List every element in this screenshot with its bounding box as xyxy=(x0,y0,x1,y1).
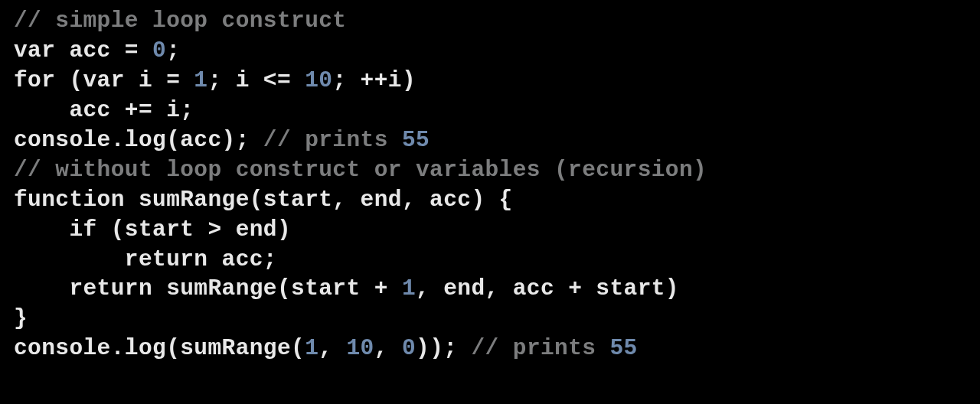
code-line: var acc = 0; xyxy=(14,37,180,64)
code-line: } xyxy=(14,305,28,331)
code-block: // simple loop construct var acc = 0; fo… xyxy=(0,0,980,370)
code-token: console.log(sumRange( xyxy=(14,335,305,361)
code-token: var acc = xyxy=(14,37,152,64)
code-token: , xyxy=(318,335,346,361)
code-token: , xyxy=(374,335,402,361)
code-token: // simple loop construct xyxy=(14,8,346,34)
code-line: function sumRange(start, end, acc) { xyxy=(14,187,513,213)
code-token: // without loop construct or variables (… xyxy=(14,157,707,183)
code-token: // prints xyxy=(471,335,609,361)
code-line: // simple loop construct xyxy=(14,8,346,34)
code-token: if (start > end) xyxy=(14,217,291,243)
code-token: 55 xyxy=(610,335,638,361)
code-token: )); xyxy=(416,335,471,361)
code-token: ; ++i) xyxy=(332,67,416,93)
code-line: return acc; xyxy=(14,246,277,272)
code-token: , end, acc + start) xyxy=(416,275,679,301)
code-line: // without loop construct or variables (… xyxy=(14,157,707,183)
code-token: for (var i = xyxy=(14,67,194,93)
code-token: ; xyxy=(166,37,180,64)
code-token: console.log(acc); xyxy=(14,127,263,153)
code-token: // prints xyxy=(263,127,402,153)
code-token: 1 xyxy=(194,67,207,93)
code-token: 10 xyxy=(305,67,332,93)
code-token: 55 xyxy=(402,127,430,153)
code-token: 0 xyxy=(152,37,166,64)
code-token: return acc; xyxy=(14,246,277,272)
code-line: if (start > end) xyxy=(14,217,291,243)
code-token: 0 xyxy=(402,335,416,361)
code-line: console.log(sumRange(1, 10, 0)); // prin… xyxy=(14,335,638,361)
code-token: } xyxy=(14,305,28,331)
code-token: acc += i; xyxy=(14,97,194,123)
code-line: console.log(acc); // prints 55 xyxy=(14,127,430,153)
code-token: 10 xyxy=(347,335,374,361)
code-line: acc += i; xyxy=(14,97,194,123)
code-token: ; i <= xyxy=(207,67,305,93)
code-token: function sumRange(start, end, acc) { xyxy=(14,187,513,213)
code-line: for (var i = 1; i <= 10; ++i) xyxy=(14,67,416,93)
code-token: 1 xyxy=(402,275,416,301)
code-token: 1 xyxy=(305,335,318,361)
code-token: return sumRange(start + xyxy=(14,275,402,301)
code-line: return sumRange(start + 1, end, acc + st… xyxy=(14,275,679,301)
